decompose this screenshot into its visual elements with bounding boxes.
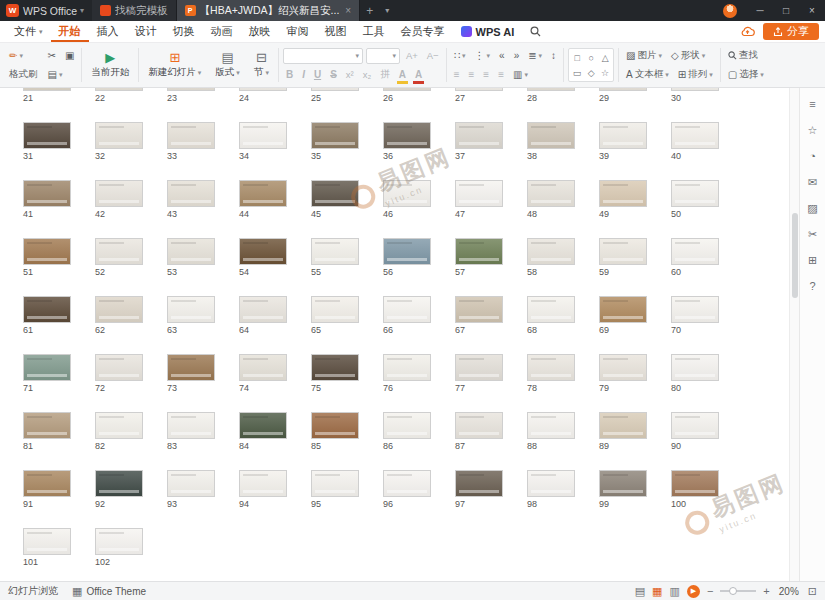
slide-thumbnail[interactable]: 49 [599,180,671,238]
app-menu-caret-icon[interactable]: ▾ [80,6,84,15]
slide-thumbnail[interactable]: 43 [167,180,239,238]
slide-thumbnail[interactable]: 57 [455,238,527,296]
slide-thumbnail[interactable]: 46 [383,180,455,238]
close-window-button[interactable]: × [799,0,825,21]
slide-thumbnail[interactable]: 22 [95,88,167,122]
slide-thumbnail[interactable]: 86 [383,412,455,470]
menu-file[interactable]: 文件▾ [6,21,51,42]
select-button[interactable]: ▢选择▾ [725,67,767,83]
slide-thumbnail[interactable]: 23 [167,88,239,122]
justify-button[interactable]: ≡ [495,67,507,83]
slide-thumbnail[interactable]: 61 [23,296,95,354]
slide-thumbnail[interactable]: 47 [455,180,527,238]
shape-gallery[interactable]: □○△▭◇☆ [568,48,614,82]
decrease-indent-button[interactable]: « [496,48,508,64]
slide-thumbnail[interactable]: 88 [527,412,599,470]
slide-thumbnail[interactable]: 90 [671,412,743,470]
panel-menu-icon[interactable]: ≡ [805,96,821,112]
slide-thumbnail[interactable]: 87 [455,412,527,470]
slide-thumbnail[interactable]: 56 [383,238,455,296]
underline-button[interactable]: U [311,67,324,83]
font-size-select[interactable]: ▾ [366,48,400,64]
slide-thumbnail[interactable]: 55 [311,238,383,296]
scrollbar-thumb[interactable] [792,213,798,298]
zoom-out-button[interactable]: − [707,585,713,597]
maximize-button[interactable]: □ [773,0,799,21]
slide-thumbnail[interactable]: 33 [167,122,239,180]
menu-item[interactable]: 切换 [165,21,203,42]
slide-thumbnail[interactable]: 65 [311,296,383,354]
slide-thumbnail[interactable]: 30 [671,88,743,122]
slideshow-play-button[interactable]: ▶ [687,585,700,598]
menu-item[interactable]: 视图 [317,21,355,42]
shape-gallery-item[interactable]: ▭ [570,65,584,80]
find-button[interactable]: 查找 [725,48,761,64]
strikethrough-button[interactable]: S [327,67,340,83]
insert-picture-button[interactable]: ▨图片▾ [623,48,665,64]
slide-thumbnail[interactable]: 70 [671,296,743,354]
new-tab-button[interactable]: + [360,0,379,21]
text-highlight-color-button[interactable]: A [396,67,409,83]
line-spacing-button[interactable]: ≣▾ [525,48,545,64]
slide-thumbnail[interactable]: 26 [383,88,455,122]
slide-thumbnail[interactable]: 37 [455,122,527,180]
slide-thumbnail[interactable]: 63 [167,296,239,354]
crop-icon[interactable]: ✂ [805,226,821,242]
vertical-scrollbar[interactable] [789,88,799,581]
subscript-button[interactable]: x₂ [360,67,374,83]
new-slide-button[interactable]: ⊞ 新建幻灯片▾ [143,50,206,80]
slide-thumbnail[interactable]: 96 [383,470,455,528]
insert-shapes-button[interactable]: ◇形状▾ [668,48,708,64]
cut-button[interactable]: ✂ [45,48,59,64]
decrease-font-size-button[interactable]: A− [424,48,442,64]
play-from-current-button[interactable]: ▶ 当前开始 [86,50,134,80]
slide-thumbnail[interactable]: 81 [23,412,95,470]
slide-thumbnail[interactable]: 29 [599,88,671,122]
fit-to-window-button[interactable]: ⊡ [808,585,817,598]
theme-button[interactable]: ▦ Office Theme [72,585,146,598]
minimize-button[interactable]: ─ [747,0,773,21]
increase-indent-button[interactable]: » [511,48,523,64]
align-center-button[interactable]: ≡ [466,67,478,83]
superscript-button[interactable]: x² [343,67,357,83]
slide-thumbnail[interactable]: 80 [671,354,743,412]
numbered-list-button[interactable]: ⋮▾ [472,48,494,64]
zoom-slider[interactable] [720,590,756,592]
slide-thumbnail[interactable]: 28 [527,88,599,122]
slide-thumbnail[interactable]: 40 [671,122,743,180]
slide-thumbnail[interactable]: 93 [167,470,239,528]
slide-thumbnail[interactable]: 72 [95,354,167,412]
slide-thumbnail[interactable]: 82 [95,412,167,470]
italic-button[interactable]: I [299,67,308,83]
format-painter-button[interactable]: 格式刷 [6,67,41,83]
slide-thumbnail[interactable]: 89 [599,412,671,470]
slide-thumbnail[interactable]: 92 [95,470,167,528]
slide-thumbnail[interactable]: 34 [239,122,311,180]
bold-button[interactable]: B [283,67,296,83]
slide-thumbnail[interactable]: 101 [23,528,95,581]
shape-gallery-item[interactable]: ◇ [584,65,598,80]
slide-thumbnail[interactable]: 41 [23,180,95,238]
slide-layout-button[interactable]: ▤ 版式▾ [210,50,245,80]
tab-presentation-document[interactable]: P 【HBA+JWDA】绍兴新昌安... × [177,0,361,21]
font-family-select[interactable]: ▾ [283,48,363,64]
pinyin-guide-button[interactable]: 拼 [377,67,393,83]
shape-gallery-item[interactable]: △ [598,50,612,65]
slide-thumbnail[interactable]: 54 [239,238,311,296]
slide-thumbnail[interactable]: 45 [311,180,383,238]
menu-item[interactable]: 设计 [127,21,165,42]
increase-font-size-button[interactable]: A+ [403,48,421,64]
slide-thumbnail[interactable]: 62 [95,296,167,354]
slide-thumbnail[interactable]: 64 [239,296,311,354]
wps-logo-icon[interactable]: W [6,4,19,17]
copy-button[interactable]: ▣ [62,48,77,64]
slide-thumbnail[interactable]: 27 [455,88,527,122]
bullet-list-button[interactable]: ∷▾ [451,48,469,64]
menu-item[interactable]: 开始 [51,21,89,42]
images-icon[interactable]: ▨ [805,200,821,216]
slide-thumbnail[interactable]: 32 [95,122,167,180]
section-button[interactable]: ⊟ 节▾ [249,50,274,80]
slide-thumbnail[interactable]: 21 [23,88,95,122]
menu-item[interactable]: 动画 [203,21,241,42]
format-painter-icon-button[interactable]: ✏▾ [6,48,26,64]
